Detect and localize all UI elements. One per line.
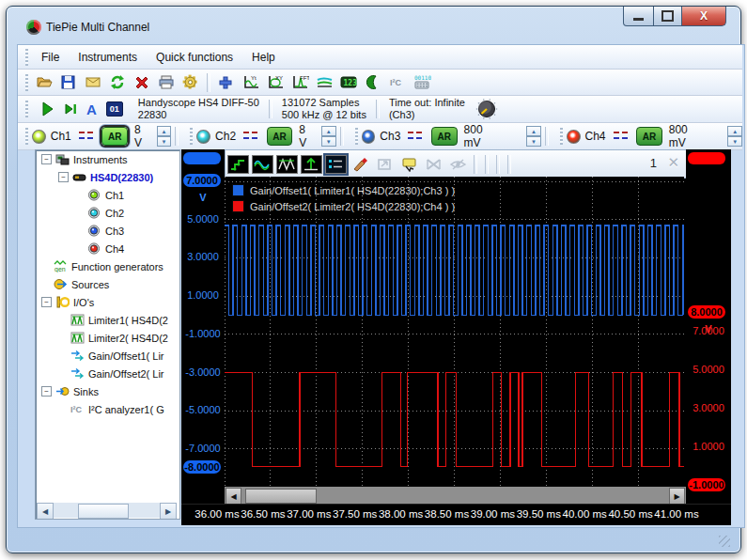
sine-display-button[interactable] xyxy=(251,154,273,175)
range-up-icon[interactable]: ▲ xyxy=(157,126,172,136)
channel-grip[interactable] xyxy=(190,128,193,145)
binary-button[interactable]: 01 xyxy=(106,101,123,117)
toolbar-grip[interactable] xyxy=(25,101,28,117)
range-down-icon[interactable]: ▼ xyxy=(321,136,336,147)
xy-graph-button[interactable]: XY xyxy=(264,72,287,93)
tree-horizontal-scrollbar[interactable]: ◀ ▶ xyxy=(37,503,177,518)
start-button[interactable] xyxy=(41,101,54,117)
axis-max-value[interactable]: 7.0000 xyxy=(183,174,221,187)
menu-item-quick-functions[interactable]: Quick functions xyxy=(147,46,242,69)
mail-button[interactable] xyxy=(82,72,104,93)
plot-horizontal-scrollbar[interactable]: ◀ ▶ xyxy=(225,487,686,504)
print-button[interactable] xyxy=(155,72,178,93)
tree-expander-icon[interactable]: − xyxy=(41,297,52,307)
tree-item-gain-offset1-lir[interactable]: Gain/Offset1( Lir xyxy=(36,347,179,365)
tree-item-hs4d-22830[interactable]: −HS4D(22830) xyxy=(36,168,179,186)
range-down-icon[interactable]: ▼ xyxy=(526,136,541,147)
tree-item-ch2[interactable]: Ch2 xyxy=(36,204,179,222)
tree-item-limiter1-hs4d-2[interactable]: Limiter1( HS4D(2 xyxy=(36,311,179,329)
channel-grip[interactable] xyxy=(25,128,28,145)
menu-item-help[interactable]: Help xyxy=(242,46,285,69)
tree-item-i-c-analyzer1-g[interactable]: I²CI²C analyzer1( G xyxy=(36,400,179,418)
toolbar-grip[interactable] xyxy=(25,74,28,91)
autorange-toggle[interactable]: AR xyxy=(636,127,662,146)
close-button[interactable]: X xyxy=(681,7,726,26)
tree-item-ch3[interactable]: Ch3 xyxy=(36,222,179,240)
scroll-right-icon[interactable]: ▶ xyxy=(160,503,177,520)
minimize-button[interactable] xyxy=(623,7,654,26)
settings-button[interactable] xyxy=(179,72,202,93)
tree-scroll-thumb[interactable] xyxy=(78,504,129,519)
plot-area[interactable]: Gain/Offset1( Limiter1( HS4D(22830);Ch3 … xyxy=(225,177,684,487)
restore-button[interactable] xyxy=(653,7,682,26)
add-graph-button[interactable] xyxy=(215,72,238,93)
tree-item-gain-offset2-lir[interactable]: Gain/Offset2( Lir xyxy=(36,365,179,382)
scroll-right-icon[interactable]: ▶ xyxy=(669,488,685,505)
scroll-left-icon[interactable]: ◀ xyxy=(37,503,54,520)
open-button[interactable] xyxy=(33,72,55,93)
range-up-icon[interactable]: ▲ xyxy=(727,126,742,136)
resize-grip[interactable] xyxy=(719,536,730,547)
channel-led-icon[interactable] xyxy=(32,130,46,144)
coupling-icon[interactable] xyxy=(79,132,95,141)
value-display-button[interactable]: 123 xyxy=(337,72,360,93)
graph-close-icon[interactable]: ✕ xyxy=(667,154,679,171)
step-display-button[interactable] xyxy=(226,154,249,175)
axis-handle[interactable] xyxy=(183,152,221,164)
meter-button[interactable] xyxy=(313,72,335,93)
moon-button[interactable] xyxy=(362,72,384,93)
channel-grip[interactable] xyxy=(560,128,563,145)
range-up-icon[interactable]: ▲ xyxy=(526,126,541,136)
range-down-icon[interactable]: ▼ xyxy=(727,136,742,147)
marker-display-button[interactable] xyxy=(300,154,322,175)
yt-graph-button[interactable]: Yt xyxy=(240,72,262,93)
autorange-toggle[interactable]: AR xyxy=(431,127,458,146)
refresh-button[interactable] xyxy=(106,72,129,93)
scroll-left-icon[interactable]: ◀ xyxy=(226,488,241,505)
channel-led-icon[interactable] xyxy=(567,130,581,144)
legend-toggle-button[interactable] xyxy=(324,154,347,175)
plot-scroll-thumb[interactable] xyxy=(245,489,317,504)
axis-max-value[interactable]: 8.0000 xyxy=(688,305,725,319)
coupling-icon[interactable] xyxy=(408,132,424,141)
tree-item-limiter2-hs4d-2[interactable]: Limiter2( HS4D(2 xyxy=(36,329,179,347)
tree-item-i-o-s[interactable]: −I/O's xyxy=(36,293,179,311)
menu-item-file[interactable]: File xyxy=(32,46,69,69)
tree-item-function-generators[interactable]: genFunction generators xyxy=(36,257,179,275)
tree-expander-icon[interactable]: − xyxy=(58,172,69,182)
axis-handle[interactable] xyxy=(688,152,725,164)
range-down-icon[interactable]: ▼ xyxy=(157,136,172,147)
resize-button[interactable] xyxy=(373,154,396,175)
channel-led-icon[interactable] xyxy=(362,130,376,144)
save-button[interactable] xyxy=(57,72,80,93)
coupling-icon[interactable] xyxy=(614,132,630,141)
axis-min-value[interactable]: -1.0000 xyxy=(688,478,725,491)
tree-item-sources[interactable]: Sources xyxy=(36,275,179,293)
tree-item-ch4[interactable]: Ch4 xyxy=(36,240,179,257)
remove-callout-button[interactable] xyxy=(422,154,444,175)
tree-item-ch1[interactable]: Ch1 xyxy=(36,186,179,204)
tree-expander-icon[interactable]: − xyxy=(41,386,52,397)
oneshot-button[interactable] xyxy=(64,101,77,117)
menu-item-instruments[interactable]: Instruments xyxy=(69,46,147,69)
autorange-button[interactable]: A xyxy=(86,101,97,117)
toolbar-grip[interactable] xyxy=(25,49,28,66)
axis-min-value[interactable]: -8.0000 xyxy=(183,460,221,474)
delete-button[interactable] xyxy=(131,72,153,93)
callout-button[interactable] xyxy=(397,154,420,175)
paint-button[interactable] xyxy=(349,154,371,175)
channel-led-icon[interactable] xyxy=(196,130,210,144)
tree-item-instruments[interactable]: −Instruments xyxy=(36,150,179,168)
channel-grip[interactable] xyxy=(355,128,358,145)
autorange-toggle[interactable]: AR xyxy=(267,127,293,146)
coupling-icon[interactable] xyxy=(243,132,259,141)
peak-display-button[interactable] xyxy=(275,154,298,175)
i2c-button[interactable]: I²C xyxy=(386,72,409,93)
timeout-knob[interactable] xyxy=(475,98,498,120)
autorange-toggle[interactable]: AR xyxy=(101,127,128,146)
visibility-button[interactable] xyxy=(446,154,469,175)
tree-expander-icon[interactable]: − xyxy=(41,154,52,164)
fft-graph-button[interactable]: FFT xyxy=(288,72,311,93)
range-up-icon[interactable]: ▲ xyxy=(321,126,336,136)
tree-item-sinks[interactable]: −Sinks xyxy=(36,382,179,400)
